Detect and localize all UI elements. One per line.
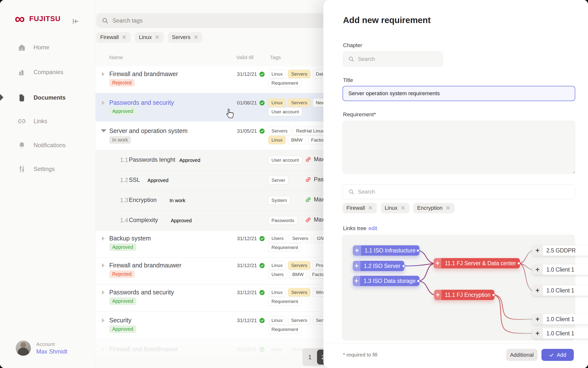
tag[interactable]: Linux bbox=[268, 316, 286, 325]
tag[interactable]: Servers bbox=[288, 70, 310, 78]
column-header-tags[interactable]: Tags bbox=[270, 54, 281, 60]
sidebar-item-home[interactable]: Home bbox=[0, 41, 96, 53]
tag[interactable]: Linux bbox=[268, 70, 286, 78]
tag[interactable]: Servers bbox=[288, 261, 310, 270]
row-title[interactable]: Server and operation system bbox=[109, 127, 188, 134]
remove-tag-icon[interactable]: ✕ bbox=[446, 205, 451, 211]
additional-button[interactable]: Additional bbox=[506, 349, 538, 361]
remove-filter-icon[interactable]: ✕ bbox=[155, 35, 160, 40]
column-header-name[interactable]: Name bbox=[109, 54, 123, 60]
tag[interactable]: Linux bbox=[268, 288, 286, 297]
tag[interactable]: System bbox=[268, 196, 290, 205]
plus-icon[interactable]: + bbox=[532, 328, 543, 339]
title-field[interactable] bbox=[343, 86, 575, 101]
sidebar-item-documents[interactable]: Documents bbox=[0, 92, 96, 104]
filter-chip-firewall[interactable]: Firewall✕ bbox=[96, 32, 131, 42]
remove-filter-icon[interactable]: ✕ bbox=[122, 35, 127, 40]
tag[interactable]: Servers bbox=[288, 98, 310, 107]
tag[interactable]: RedHat Linux bbox=[293, 127, 327, 135]
title-input[interactable] bbox=[348, 90, 564, 97]
expand-caret-icon[interactable] bbox=[102, 347, 105, 352]
tag-search-bar[interactable] bbox=[96, 13, 326, 28]
tree-node-iso-infrastructure[interactable]: + 1.1 ISO Infrastucture bbox=[353, 245, 419, 256]
sub-requirement-title[interactable]: Passwords lenght bbox=[129, 156, 175, 163]
sub-requirement-title[interactable]: Encryption bbox=[129, 197, 157, 203]
remove-filter-icon[interactable]: ✕ bbox=[193, 35, 198, 40]
expand-caret-icon[interactable] bbox=[102, 72, 105, 76]
tag[interactable]: BMW bbox=[289, 270, 307, 279]
expand-caret-icon[interactable] bbox=[102, 263, 105, 268]
tree-node-fj-server-data-center[interactable]: + 11.1 FJ Server & Data center bbox=[434, 258, 520, 268]
filter-chip-linux[interactable]: Linux✕ bbox=[135, 32, 164, 42]
tags-search-input[interactable] bbox=[358, 189, 539, 195]
row-title[interactable]: Security bbox=[109, 317, 131, 324]
tag[interactable]: Linux bbox=[268, 136, 286, 144]
tags-search-field[interactable] bbox=[343, 184, 575, 199]
tag[interactable]: Linux bbox=[268, 261, 286, 270]
tag[interactable]: Linux bbox=[268, 345, 286, 354]
page-button-1[interactable]: 1 bbox=[304, 350, 316, 364]
expand-caret-icon[interactable] bbox=[102, 318, 105, 323]
account-name-link[interactable]: Max Shmidt bbox=[36, 348, 67, 355]
tree-node-iso-server[interactable]: + 1.2 ISO Server bbox=[353, 261, 404, 271]
tag[interactable]: Servers bbox=[288, 316, 310, 325]
tree-node-client[interactable]: + 1.0 Client 1 bbox=[532, 264, 588, 275]
row-title[interactable]: Firewall and brandmawer bbox=[109, 346, 178, 353]
tag[interactable]: Requirement bbox=[268, 79, 301, 87]
tag[interactable]: Users bbox=[268, 270, 287, 279]
tree-node-client[interactable]: + 1.0 Client 1 bbox=[532, 285, 588, 296]
linked-requirement[interactable]: Maxi bbox=[305, 156, 326, 163]
sub-requirement-title[interactable]: Complexity bbox=[129, 217, 158, 223]
tag[interactable]: Servers bbox=[268, 127, 291, 135]
sidebar-item-companies[interactable]: Companies bbox=[0, 66, 96, 78]
tree-node-iso-data-storage[interactable]: + 1.3 ISO Data storage bbox=[353, 276, 419, 286]
add-button[interactable]: Add bbox=[541, 349, 574, 361]
chapter-search-field[interactable] bbox=[343, 52, 443, 67]
tree-node-gddpr[interactable]: + 2.5 GDDPR bbox=[532, 245, 588, 256]
row-title[interactable]: Backup system bbox=[109, 235, 151, 242]
tag[interactable]: Requirement bbox=[268, 243, 301, 252]
requirement-textarea[interactable] bbox=[343, 121, 575, 174]
tag[interactable]: Requirement bbox=[268, 325, 301, 334]
row-title[interactable]: Firewall and brandmauwer bbox=[109, 262, 182, 269]
tag[interactable]: Linux bbox=[268, 98, 286, 107]
linked-requirement[interactable]: Maxi bbox=[305, 196, 326, 203]
expand-caret-icon[interactable] bbox=[102, 236, 105, 241]
row-title[interactable]: Passwords and security bbox=[109, 289, 174, 296]
plus-icon[interactable]: + bbox=[532, 314, 543, 324]
tag[interactable]: User account bbox=[268, 107, 302, 116]
tag[interactable]: Requirement bbox=[268, 297, 301, 306]
tag[interactable]: Servers bbox=[289, 234, 311, 243]
search-input[interactable] bbox=[112, 17, 284, 24]
sidebar-item-notifications[interactable]: Notifications bbox=[0, 139, 96, 151]
collapse-caret-icon[interactable] bbox=[101, 129, 106, 132]
plus-icon[interactable]: + bbox=[532, 285, 543, 296]
row-title[interactable]: Passwords and security bbox=[109, 99, 174, 106]
tree-node-client[interactable]: + 1.0 Client 1 bbox=[532, 328, 588, 339]
plus-icon[interactable]: + bbox=[353, 261, 360, 271]
tree-node-fj-encryption[interactable]: + 11.1 FJ Encryption bbox=[434, 290, 494, 300]
chapter-search-input[interactable] bbox=[358, 56, 434, 62]
sub-requirement-title[interactable]: SSL bbox=[129, 176, 140, 183]
filter-chip-servers[interactable]: Servers✕ bbox=[168, 32, 202, 42]
plus-icon[interactable]: + bbox=[434, 258, 441, 268]
plus-icon[interactable]: + bbox=[353, 245, 361, 256]
tag[interactable]: User account bbox=[268, 156, 302, 164]
linked-requirement[interactable]: Maxi bbox=[305, 216, 326, 223]
tag[interactable]: Servers bbox=[288, 288, 310, 297]
expand-caret-icon[interactable] bbox=[102, 101, 105, 105]
expand-caret-icon[interactable] bbox=[102, 290, 105, 295]
plus-icon[interactable]: + bbox=[532, 245, 543, 256]
remove-tag-icon[interactable]: ✕ bbox=[401, 205, 405, 211]
tag[interactable]: BMW bbox=[288, 136, 306, 144]
remove-tag-icon[interactable]: ✕ bbox=[368, 205, 373, 211]
tag[interactable]: Passwords bbox=[268, 216, 297, 225]
sidebar-item-settings[interactable]: Settings bbox=[0, 163, 96, 175]
sidebar-collapse-icon[interactable] bbox=[72, 17, 80, 26]
tag-chip-linux[interactable]: Linux✕ bbox=[381, 203, 409, 213]
plus-icon[interactable]: + bbox=[434, 290, 441, 300]
plus-icon[interactable]: + bbox=[353, 276, 360, 286]
sidebar-item-links[interactable]: Links bbox=[0, 115, 96, 127]
plus-icon[interactable]: + bbox=[532, 264, 543, 275]
tree-node-client[interactable]: + 1.0 Client 1 bbox=[532, 314, 588, 324]
